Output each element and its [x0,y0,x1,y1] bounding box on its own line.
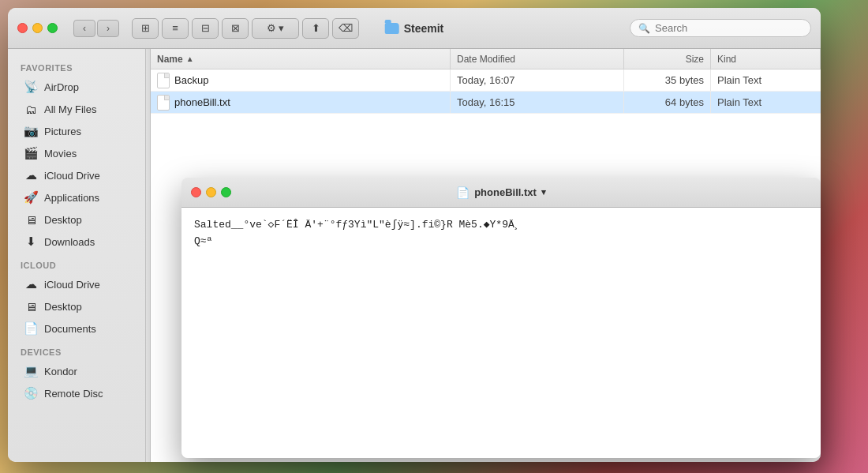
icon-view-button[interactable]: ⊞ [132,18,159,39]
file-date-label-backup: Today, 16:07 [457,74,514,86]
cover-flow-button[interactable]: ⊠ [222,18,249,39]
forward-button[interactable]: › [97,20,119,37]
preview-file-icon: 📄 [456,186,470,199]
preview-minimize-button[interactable] [206,187,216,197]
sidebar: Favorites 📡 AirDrop 🗂 All My Files 📷 Pic… [8,49,146,462]
arrange-button[interactable]: ⚙ ▾ [252,18,299,39]
desktop-2-icon: 🖥 [24,299,38,313]
remote-disc-icon: 💿 [24,386,38,400]
sidebar-label-movies: Movies [44,148,77,160]
sidebar-item-kondor[interactable]: 💻 Kondor [11,360,142,382]
cover-flow-icon: ⊠ [231,22,240,34]
sidebar-label-icloud-drive: iCloud Drive [44,170,100,182]
applications-icon: 🚀 [24,190,38,205]
sidebar-label-desktop-2: Desktop [44,301,82,313]
window-title-text: Steemit [404,22,444,35]
search-bar[interactable]: 🔍 [630,19,811,37]
file-date-backup: Today, 16:07 [451,69,624,91]
icloud-drive-2-icon: ☁ [24,277,38,291]
col-header-name[interactable]: Name ▲ [151,49,451,69]
back-button[interactable]: ‹ [73,20,95,37]
sidebar-item-icloud-drive-2[interactable]: ☁ iCloud Drive [11,273,142,295]
search-input[interactable] [655,22,803,34]
documents-icon: 📄 [24,321,38,336]
window-title: Steemit [385,22,444,35]
maximize-button[interactable] [47,23,58,33]
close-button[interactable] [17,23,28,33]
file-name-phonebill: phoneBill.txt [151,92,451,113]
sidebar-item-documents[interactable]: 📄 Documents [11,317,142,340]
sidebar-item-desktop-2[interactable]: 🖥 Desktop [11,295,142,317]
file-name-backup: Backup [151,69,451,91]
forward-icon: › [107,23,110,34]
sidebar-section-favorites: Favorites [8,55,145,76]
preview-line-2: Q≈ª [194,234,808,250]
file-name-label-phonebill: phoneBill.txt [174,96,230,108]
preview-maximize-button[interactable] [221,187,231,197]
file-icon-backup [157,73,170,88]
file-date-label-phonebill: Today, 16:15 [457,96,514,108]
movies-icon: 🎬 [24,146,38,160]
sidebar-item-applications[interactable]: 🚀 Applications [11,186,142,208]
icloud-drive-icon: ☁ [24,168,38,182]
file-size-label-backup: 35 bytes [665,74,704,86]
sidebar-item-all-my-files[interactable]: 🗂 All My Files [11,98,142,120]
sidebar-item-desktop[interactable]: 🖥 Desktop [11,208,142,231]
sidebar-label-airdrop: AirDrop [44,81,79,93]
file-kind-phonebill: Plain Text [711,92,821,113]
preview-title: 📄 phoneBill.txt ▾ [456,186,546,199]
sidebar-item-pictures[interactable]: 📷 Pictures [11,120,142,142]
traffic-lights [17,23,58,33]
col-header-size[interactable]: Size [624,49,711,69]
file-date-phonebill: Today, 16:15 [451,92,624,113]
sidebar-label-desktop: Desktop [44,214,82,226]
sidebar-label-icloud-drive-2: iCloud Drive [44,279,100,291]
file-name-label-backup: Backup [174,74,208,86]
file-size-label-phonebill: 64 bytes [665,96,704,108]
preview-dropdown-icon[interactable]: ▾ [541,187,546,197]
downloads-icon: ⬇ [24,235,38,249]
text-preview-window: 📄 phoneBill.txt ▾ Salted__°ve`◇F´ËÎ Ä'+¨… [181,178,821,458]
file-kind-label-backup: Plain Text [717,74,761,86]
sidebar-section-devices: Devices [8,340,145,360]
table-row[interactable]: phoneBill.txt Today, 16:15 64 bytes Plai… [151,92,821,114]
title-bar: ‹ › ⊞ ≡ ⊟ ⊠ ⚙ ▾ ⬆ [8,8,821,49]
sidebar-label-downloads: Downloads [44,236,95,248]
preview-title-bar: 📄 phoneBill.txt ▾ [181,178,821,208]
col-name-label: Name [157,54,183,65]
sort-icon: ▲ [186,54,194,63]
sidebar-label-applications: Applications [44,192,99,204]
sidebar-label-all-my-files: All My Files [44,103,96,115]
action-button[interactable]: ⬆ [302,18,329,39]
sidebar-item-movies[interactable]: 🎬 Movies [11,142,142,164]
list-view-button[interactable]: ≡ [162,18,189,39]
pictures-icon: 📷 [24,124,38,138]
column-view-button[interactable]: ⊟ [192,18,219,39]
sidebar-item-downloads[interactable]: ⬇ Downloads [11,231,142,253]
folder-icon [385,23,399,34]
col-header-kind[interactable]: Kind [711,49,821,69]
sidebar-label-remote-disc: Remote Disc [44,388,103,400]
minimize-button[interactable] [32,23,43,33]
preview-close-button[interactable] [191,187,201,197]
sidebar-item-airdrop[interactable]: 📡 AirDrop [11,76,142,98]
share-button[interactable]: ⌫ [332,18,359,39]
preview-line-1: Salted__°ve`◇F´ËÎ Ä'+¨°fƒ3Yì"L"èʃÿ≈].fi©… [194,217,808,234]
col-header-date[interactable]: Date Modified [451,49,624,69]
file-kind-label-phonebill: Plain Text [717,96,761,108]
file-size-backup: 35 bytes [624,69,711,91]
sidebar-item-remote-disc[interactable]: 💿 Remote Disc [11,382,142,404]
arrange-icon: ⚙ ▾ [267,22,285,34]
desktop-icon: 🖥 [24,212,38,227]
action-icon: ⬆ [312,22,320,34]
col-date-label: Date Modified [457,54,515,65]
sidebar-item-icloud-drive[interactable]: ☁ iCloud Drive [11,164,142,186]
sidebar-label-pictures: Pictures [44,126,81,137]
icon-view-icon: ⊞ [141,22,150,34]
sidebar-label-kondor: Kondor [44,366,77,377]
list-view-icon: ≡ [172,22,178,34]
kondor-icon: 💻 [24,364,38,378]
file-size-phonebill: 64 bytes [624,92,711,113]
toolbar-icons: ⊞ ≡ ⊟ ⊠ ⚙ ▾ ⬆ ⌫ [132,18,359,39]
table-row[interactable]: Backup Today, 16:07 35 bytes Plain Text [151,69,821,92]
